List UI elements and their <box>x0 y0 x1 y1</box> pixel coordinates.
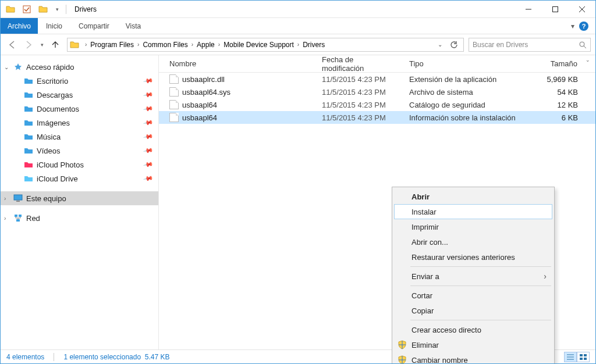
menu-item[interactable]: Abrir con... <box>394 234 552 249</box>
menu-item[interactable]: Cambiar nombre <box>394 352 552 364</box>
menu-item[interactable]: Abrir <box>394 189 552 204</box>
folder-icon <box>70 40 79 49</box>
sidebar-item[interactable]: Vídeos📌 <box>1 144 158 158</box>
sidebar-item[interactable]: iCloud Photos📌 <box>1 158 158 172</box>
shield-icon <box>398 340 407 349</box>
column-size[interactable]: Tamaño⌄ <box>531 59 595 68</box>
chevron-right-icon[interactable]: › <box>188 41 197 48</box>
nav-up-button[interactable] <box>48 38 62 52</box>
svg-rect-7 <box>16 219 20 222</box>
nav-history-dropdown[interactable]: ▾ <box>38 38 46 52</box>
qat-dropdown-icon[interactable]: ▾ <box>53 6 61 12</box>
file-size: 54 KB <box>531 88 595 97</box>
title-bar: ▾ Drivers <box>1 1 595 18</box>
breadcrumb-dropdown[interactable]: ⌄ <box>433 38 447 52</box>
folder-icon <box>24 90 33 99</box>
file-row[interactable]: usbaapl64 11/5/2015 4:23 PM Catálogo de … <box>159 98 595 111</box>
folder-icon <box>24 174 33 183</box>
chevron-down-icon[interactable]: ⌄ <box>4 64 9 70</box>
search-placeholder: Buscar en Drivers <box>473 41 528 49</box>
status-count: 4 elementos <box>6 353 44 361</box>
search-icon[interactable] <box>579 41 587 49</box>
tab-home[interactable]: Inicio <box>38 18 70 34</box>
breadcrumb-item[interactable]: Apple <box>197 41 215 49</box>
sidebar-item[interactable]: Descargas📌 <box>1 88 158 102</box>
column-name[interactable]: Nombre <box>159 59 316 68</box>
svg-rect-5 <box>15 215 17 217</box>
maximize-button[interactable] <box>542 1 569 18</box>
nav-forward-button[interactable] <box>22 38 36 52</box>
chevron-right-icon: › <box>544 272 547 281</box>
file-type: Extensión de la aplicación <box>403 75 531 84</box>
menu-item[interactable]: Enviar a› <box>394 269 552 284</box>
menu-item-label: Instalar <box>411 208 437 216</box>
file-icon <box>169 113 179 122</box>
menu-item[interactable]: Eliminar <box>394 337 552 352</box>
folder-icon <box>24 132 33 141</box>
sidebar-item-label: Documentos <box>37 105 79 113</box>
column-type[interactable]: Tipo <box>403 59 531 68</box>
menu-item-label: Crear acceso directo <box>411 326 481 334</box>
ribbon-expand-icon[interactable]: ▾ <box>571 22 574 30</box>
chevron-right-icon[interactable]: › <box>134 41 143 48</box>
file-name: usbaapl64 <box>182 113 217 122</box>
pin-icon: 📌 <box>143 173 154 184</box>
sidebar-item[interactable]: Documentos📌 <box>1 102 158 116</box>
qat-properties-icon[interactable] <box>20 5 33 13</box>
pin-icon: 📌 <box>143 145 154 156</box>
menu-item[interactable]: Imprimir <box>394 219 552 234</box>
file-date: 11/5/2015 4:23 PM <box>316 113 403 122</box>
file-row[interactable]: usbaapl64 11/5/2015 4:23 PM Información … <box>159 111 595 124</box>
menu-separator <box>410 286 551 286</box>
minimize-button[interactable] <box>515 1 542 18</box>
tab-view[interactable]: Vista <box>118 18 149 34</box>
status-selection: 1 elemento seleccionado 5.47 KB <box>63 353 169 361</box>
refresh-icon[interactable] <box>447 38 461 52</box>
sidebar-item[interactable]: iCloud Drive📌 <box>1 172 158 185</box>
tab-share[interactable]: Compartir <box>70 18 118 34</box>
sidebar-this-pc[interactable]: › Este equipo <box>1 191 158 205</box>
column-headers: Nombre Fecha de modificación Tipo Tamaño… <box>159 55 595 73</box>
help-icon[interactable]: ? <box>579 22 588 31</box>
view-icons-button[interactable] <box>577 352 590 362</box>
nav-back-button[interactable] <box>5 38 19 52</box>
sidebar-quick-access[interactable]: ⌄ Acceso rápido <box>1 60 158 74</box>
file-pane: Nombre Fecha de modificación Tipo Tamaño… <box>159 55 595 349</box>
breadcrumb-item[interactable]: Drivers <box>303 41 325 49</box>
sidebar-item[interactable]: Música📌 <box>1 130 158 144</box>
breadcrumb-item[interactable]: Common Files <box>143 41 187 49</box>
separator <box>66 5 66 14</box>
menu-item[interactable]: Crear acceso directo <box>394 322 552 337</box>
view-details-button[interactable] <box>564 352 577 362</box>
sidebar-item[interactable]: Imágenes📌 <box>1 116 158 130</box>
nav-toolbar: ▾ › Program Files › Common Files › Apple… <box>1 34 595 55</box>
menu-item[interactable]: Cortar <box>394 288 552 303</box>
close-button[interactable] <box>569 1 595 18</box>
file-row[interactable]: usbaapl64.sys 11/5/2015 4:23 PM Archivo … <box>159 85 595 98</box>
menu-item[interactable]: Copiar <box>394 303 552 318</box>
breadcrumb-item[interactable]: Program Files <box>90 41 134 49</box>
breadcrumb-item[interactable]: Mobile Device Support <box>224 41 294 49</box>
column-date[interactable]: Fecha de modificación <box>316 55 403 73</box>
file-row[interactable]: usbaaplrc.dll 11/5/2015 4:23 PM Extensió… <box>159 73 595 85</box>
chevron-right-icon[interactable]: › <box>81 41 90 48</box>
file-size: 6 KB <box>531 113 595 122</box>
chevron-right-icon[interactable]: › <box>215 41 224 48</box>
breadcrumb[interactable]: › Program Files › Common Files › Apple ›… <box>67 38 464 52</box>
sidebar-network[interactable]: › Red <box>1 211 158 225</box>
menu-item-label: Abrir <box>411 192 430 201</box>
chevron-right-icon[interactable]: › <box>4 215 6 222</box>
sidebar-item-label: Vídeos <box>37 147 60 155</box>
pin-icon: 📌 <box>143 159 154 170</box>
pin-icon: 📌 <box>143 90 154 101</box>
menu-item[interactable]: Restaurar versiones anteriores <box>394 249 552 265</box>
tab-file[interactable]: Archivo <box>1 18 38 34</box>
chevron-right-icon[interactable]: › <box>4 195 6 202</box>
menu-item-label: Cortar <box>411 291 432 300</box>
search-input[interactable]: Buscar en Drivers <box>469 38 591 52</box>
svg-rect-4 <box>16 201 20 202</box>
menu-item[interactable]: Instalar <box>394 204 552 219</box>
chevron-right-icon[interactable]: › <box>294 41 303 48</box>
sidebar-item[interactable]: Escritorio📌 <box>1 74 158 88</box>
separator <box>54 353 54 361</box>
